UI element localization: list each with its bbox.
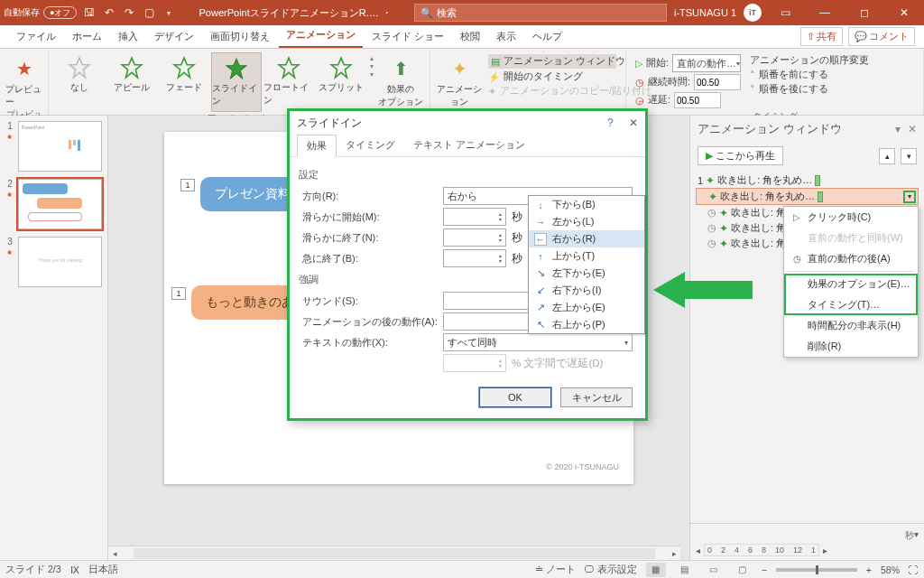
anim-pane-close-icon[interactable]: ✕ xyxy=(908,123,917,135)
move-later-button[interactable]: ˅ 順番を後にする xyxy=(750,83,869,96)
dialog-close-icon[interactable]: ✕ xyxy=(629,117,638,129)
duration-input[interactable] xyxy=(694,74,741,90)
anim-tag-1[interactable]: 1 xyxy=(180,179,195,191)
sorter-view-icon[interactable]: ▤ xyxy=(675,563,695,577)
dialog-tab-effect[interactable]: 効果 xyxy=(297,135,337,157)
language-indicator[interactable]: 日本語 xyxy=(88,564,118,576)
timeline-ticks[interactable]: 0246810121 xyxy=(704,544,819,556)
slide-thumb-3[interactable]: 3★ Thank you for viewing xyxy=(5,237,102,287)
reading-view-icon[interactable]: ▭ xyxy=(704,563,724,577)
horizontal-scrollbar[interactable]: ◂ ▸ xyxy=(108,545,680,560)
zoom-slider[interactable] xyxy=(776,568,857,572)
dropdown-icon[interactable]: ▾ xyxy=(162,5,176,20)
ctx-with-previous[interactable]: 直前の動作と同時(W) xyxy=(784,228,918,248)
slide-indicator[interactable]: スライド 2/3 xyxy=(5,564,61,576)
scroll-left-icon[interactable]: ◂ xyxy=(108,549,121,558)
display-settings-button[interactable]: 🖵 表示設定 xyxy=(585,564,637,576)
scroll-right-icon[interactable]: ▸ xyxy=(668,549,680,558)
anim-item-dropdown-icon[interactable]: ▾ xyxy=(903,191,916,203)
tab-help[interactable]: ヘルプ xyxy=(525,25,569,48)
dialog-tab-text[interactable]: テキスト アニメーション xyxy=(404,135,534,156)
tab-file[interactable]: ファイル xyxy=(9,25,63,48)
anim-appear[interactable]: アピール xyxy=(106,52,157,98)
dir-top-right[interactable]: ↖右上から(P) xyxy=(529,316,644,333)
accessibility-icon[interactable]: Ⅸ xyxy=(70,564,79,575)
autosave-toggle[interactable]: 自動保存 ● オフ xyxy=(4,6,77,19)
dir-bottom[interactable]: ↓下から(B) xyxy=(529,196,644,213)
anim-pane-dropdown-icon[interactable]: ▾ xyxy=(895,123,901,135)
avatar-icon[interactable]: iT xyxy=(744,4,762,22)
dir-left[interactable]: →左から(L) xyxy=(529,213,644,230)
tab-slideshow[interactable]: スライド ショー xyxy=(365,25,451,48)
slide-thumb-1[interactable]: 1★ PowerPoint xyxy=(5,121,102,172)
redo-icon[interactable]: ↷ xyxy=(122,5,136,20)
minimize-icon[interactable]: — xyxy=(808,0,841,25)
zoom-in-icon[interactable]: + xyxy=(866,564,872,575)
cancel-button[interactable]: キャンセル xyxy=(560,387,633,407)
text-anim-combo[interactable]: すべて同時▾ xyxy=(443,333,633,351)
ok-button[interactable]: OK xyxy=(479,387,551,407)
preview-button[interactable]: ★ プレビュー xyxy=(5,52,42,108)
dir-top[interactable]: ↑上から(T) xyxy=(529,247,644,265)
effect-options-button[interactable]: ⬆ 効果の オプション xyxy=(377,52,424,108)
tab-transitions[interactable]: 画面切り替え xyxy=(203,25,277,48)
timeline-right-icon[interactable]: ▸ xyxy=(823,545,827,555)
slide-thumb-2[interactable]: 2★ xyxy=(5,179,102,229)
dir-bottom-right[interactable]: ↙右下から(I) xyxy=(529,282,644,299)
gallery-up-icon[interactable]: ▴ xyxy=(370,54,374,62)
tab-insert[interactable]: 挿入 xyxy=(111,25,145,48)
anim-painter-button[interactable]: ✦ アニメーションのコピー/貼り付け xyxy=(488,85,616,98)
tab-animations[interactable]: アニメーション xyxy=(279,23,363,48)
ctx-after-previous[interactable]: ◷直前の動作の後(A) xyxy=(784,248,918,269)
fit-window-icon[interactable]: ⛶ xyxy=(909,564,919,575)
zoom-value[interactable]: 58% xyxy=(881,564,900,575)
dialog-help-icon[interactable]: ? xyxy=(607,117,614,129)
save-icon[interactable]: 🖫 xyxy=(82,5,97,20)
anim-item-2[interactable]: ✦吹き出し: 角を丸め…▾ xyxy=(696,188,919,205)
anim-split[interactable]: スプリット xyxy=(316,52,366,98)
start-combo[interactable]: 直前の動作…▾ xyxy=(672,54,741,72)
dir-right[interactable]: ←右から(R) xyxy=(529,230,644,247)
ctx-on-click[interactable]: ▷クリック時(C) xyxy=(784,207,918,228)
dir-bottom-left[interactable]: ↘左下から(E) xyxy=(529,265,644,282)
anim-pane-button[interactable]: ▤ アニメーション ウィンドウ xyxy=(488,54,616,69)
ctx-remove[interactable]: 削除(R) xyxy=(784,336,918,357)
ribbon-options-icon[interactable]: ▭ xyxy=(769,0,801,25)
timeline-left-icon[interactable]: ◂ xyxy=(696,545,700,555)
maximize-icon[interactable]: ◻ xyxy=(848,0,881,25)
ctx-effect-options[interactable]: 効果のオプション(E)… xyxy=(784,274,918,294)
dialog-tab-timing[interactable]: タイミング xyxy=(337,135,404,156)
anim-slidein[interactable]: スライドイン xyxy=(211,52,262,112)
account-name[interactable]: i-TSUNAGU 1 xyxy=(674,7,736,18)
tab-home[interactable]: ホーム xyxy=(65,25,109,48)
slideshow-view-icon[interactable]: ▢ xyxy=(733,563,753,577)
gallery-more-icon[interactable]: ▾ xyxy=(370,70,374,79)
anim-fade[interactable]: フェード xyxy=(159,52,209,98)
move-up-button[interactable]: ▴ xyxy=(879,148,895,164)
smooth-end-input[interactable]: ▴▾ xyxy=(443,228,506,247)
tab-view[interactable]: 表示 xyxy=(489,25,523,48)
anim-floatin[interactable]: フロートイン xyxy=(263,52,314,110)
move-earlier-button[interactable]: ˄ 順番を前にする xyxy=(750,69,869,81)
comment-button[interactable]: 💬 コメント xyxy=(848,27,915,46)
smooth-start-input[interactable]: ▴▾ xyxy=(443,208,506,226)
anim-item-1[interactable]: 1✦吹き出し: 角を丸め… xyxy=(696,172,919,188)
search-box[interactable]: 🔍 検索 xyxy=(414,4,667,22)
delay-input[interactable] xyxy=(674,92,721,108)
anim-tag-2[interactable]: 1 xyxy=(171,287,186,300)
move-down-button[interactable]: ▾ xyxy=(901,148,917,164)
normal-view-icon[interactable]: ▦ xyxy=(646,563,666,577)
tab-review[interactable]: 校閲 xyxy=(453,25,487,48)
dir-top-left[interactable]: ↗左上から(E) xyxy=(529,299,644,316)
anim-none[interactable]: なし xyxy=(54,52,105,98)
ctx-hide-timeline[interactable]: 時間配分の非表示(H) xyxy=(784,315,918,336)
ctx-timing[interactable]: タイミング(T)… xyxy=(784,294,918,315)
play-from-button[interactable]: ▶ここから再生 xyxy=(698,146,783,165)
slideshow-icon[interactable]: ▢ xyxy=(142,5,156,20)
notes-button[interactable]: ≐ ノート xyxy=(535,564,576,576)
zoom-out-icon[interactable]: − xyxy=(762,564,767,575)
share-button[interactable]: ⇧ 共有 xyxy=(800,27,843,46)
bounce-end-input[interactable]: ▴▾ xyxy=(443,249,506,267)
tab-design[interactable]: デザイン xyxy=(147,25,201,48)
gallery-down-icon[interactable]: ▾ xyxy=(370,62,374,70)
